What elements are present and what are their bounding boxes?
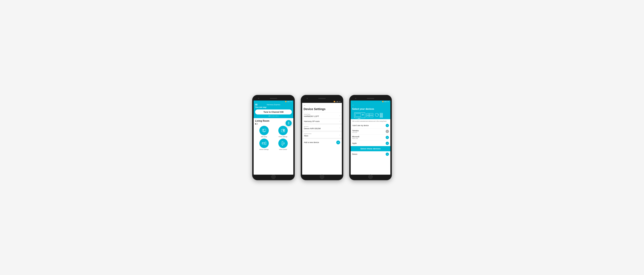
chevron-0: › bbox=[339, 114, 340, 117]
wifi-icon-3: 📶 bbox=[382, 101, 384, 102]
phone3-body: Tell us which entertainment devices are … bbox=[351, 119, 390, 175]
svg-rect-2 bbox=[288, 123, 289, 123]
add-device-plus-button[interactable]: + bbox=[336, 141, 340, 144]
phone-1: 📶 ▲ ▮ 7:29 Harmony Express You can say: … bbox=[252, 95, 295, 180]
device-item-harmony-xp[interactable]: Harmony XP room › bbox=[302, 119, 342, 124]
home-button-3[interactable] bbox=[368, 174, 373, 179]
back-button-3[interactable]: ← bbox=[352, 104, 354, 106]
phone2-body: MediaPlayer HARMONY LOFT › Harmony XP ro… bbox=[302, 112, 342, 175]
phone-camera-2 bbox=[306, 98, 308, 99]
phone2-bottom bbox=[302, 175, 342, 178]
add-device-row[interactable]: Add a new device + bbox=[302, 139, 342, 146]
dot-4[interactable] bbox=[273, 116, 274, 116]
phone2-header: ← Device Settings bbox=[302, 103, 342, 112]
home-button-1[interactable] bbox=[271, 174, 276, 179]
phone-speaker-3 bbox=[367, 98, 374, 99]
dot-6[interactable] bbox=[276, 116, 277, 116]
svg-rect-40 bbox=[380, 115, 382, 116]
dot-5[interactable] bbox=[275, 116, 276, 116]
edit-setup-label: Edit Setup bbox=[261, 136, 267, 137]
chevron-2: › bbox=[339, 127, 340, 129]
device-settings-button[interactable]: Device Settings bbox=[255, 139, 273, 150]
device-item-denon[interactable]: Receiver Denon AVR-S910W › bbox=[302, 125, 342, 131]
device-item-harmony-loft[interactable]: MediaPlayer HARMONY LOFT › bbox=[302, 112, 342, 119]
denon-plus[interactable]: + bbox=[386, 153, 389, 156]
hamburger-icon[interactable] bbox=[255, 104, 258, 105]
dot-3[interactable] bbox=[272, 116, 272, 116]
device-settings-label: Device Settings bbox=[259, 149, 269, 150]
dont-see-info: I don't see my device bbox=[352, 124, 368, 127]
battery-icon-status-3: ▮ bbox=[386, 101, 386, 102]
dont-see-name: I don't see my device bbox=[352, 124, 368, 127]
command-bubble: Tune to Channel 038 bbox=[255, 109, 292, 114]
device-select-microsoft[interactable]: Microsoft Xbox One + bbox=[351, 134, 390, 141]
device-settings-title: Device Settings bbox=[304, 107, 340, 111]
apple-plus[interactable]: + bbox=[386, 142, 389, 145]
microsoft-info: Microsoft Xbox One bbox=[352, 136, 359, 139]
select-devices-title: Select your devices bbox=[352, 108, 389, 110]
room-settings-button[interactable]: Room Settings bbox=[274, 126, 292, 137]
svg-point-32 bbox=[369, 114, 370, 115]
status-icons-2: 📶 ▲ ▮ 7:29 bbox=[334, 101, 340, 102]
denon-info: Denon bbox=[352, 153, 357, 155]
svg-rect-5 bbox=[258, 124, 258, 124]
edit-setup-icon-circle bbox=[259, 126, 269, 135]
status-icons-1: 📶 ▲ ▮ 7:29 bbox=[285, 101, 292, 102]
dot-2[interactable] bbox=[270, 116, 271, 116]
status-bar-3: 📶 ▲ ▮ 7:29 bbox=[351, 101, 390, 103]
grid-buttons: Edit Setup bbox=[255, 126, 292, 150]
svg-rect-19 bbox=[262, 143, 263, 143]
app-title: Harmony Express bbox=[267, 104, 280, 106]
svg-rect-38 bbox=[380, 113, 382, 114]
back-button-2[interactable]: ← bbox=[304, 104, 306, 107]
status-bar-1: 📶 ▲ ▮ 7:29 bbox=[254, 101, 293, 103]
room-settings-label: Room Settings bbox=[279, 136, 287, 137]
svg-point-26 bbox=[362, 114, 364, 115]
svg-rect-31 bbox=[366, 115, 373, 117]
command-text: Tune to Channel 038 bbox=[264, 111, 284, 113]
device-select-denon[interactable]: Denon + bbox=[351, 151, 390, 157]
edit-setup-button[interactable]: Edit Setup bbox=[255, 126, 273, 137]
phone1-bottom bbox=[254, 175, 293, 178]
signal-icon: ▲ bbox=[287, 101, 288, 102]
time-2: 7:29 bbox=[338, 101, 340, 102]
wifi-icon-2: 📶 bbox=[334, 101, 335, 102]
device-select-yamaha[interactable]: Yamaha YAS-107 + bbox=[351, 128, 390, 134]
status-bar-2: 📶 ▲ ▮ 7:29 bbox=[302, 101, 342, 103]
microsoft-name: Microsoft bbox=[352, 136, 359, 138]
svg-rect-21 bbox=[282, 141, 283, 144]
select-devices-button[interactable]: Select these devices bbox=[351, 146, 390, 151]
yamaha-info: Yamaha YAS-107 bbox=[352, 130, 358, 133]
dot-1[interactable] bbox=[269, 116, 270, 116]
device-item-xbox[interactable]: GameConsole Xbox › bbox=[302, 132, 342, 138]
yamaha-plus[interactable]: + bbox=[386, 130, 389, 133]
svg-rect-39 bbox=[380, 114, 382, 115]
home-button-2[interactable] bbox=[320, 174, 324, 179]
battery-indicator bbox=[255, 123, 258, 125]
svg-point-16 bbox=[284, 129, 284, 130]
phone3-subtitle: Tell us which entertainment devices are … bbox=[351, 119, 390, 123]
phone-camera bbox=[258, 98, 259, 99]
phone-speaker bbox=[270, 98, 277, 99]
time-1: 7:29 bbox=[290, 101, 292, 102]
phones-container: 📶 ▲ ▮ 7:29 Harmony Express You can say: … bbox=[252, 95, 392, 180]
svg-point-36 bbox=[378, 114, 378, 115]
phone3-bottom bbox=[351, 175, 390, 178]
svg-rect-42 bbox=[380, 117, 382, 118]
dot-7[interactable] bbox=[278, 116, 278, 116]
phone1-header: Harmony Express You can say: Tune to Cha… bbox=[254, 103, 293, 118]
phone1-body: Living Room bbox=[254, 118, 293, 175]
device-select-dont-see[interactable]: I don't see my device + bbox=[351, 123, 390, 128]
svg-point-37 bbox=[378, 115, 378, 115]
remote-fab[interactable] bbox=[285, 120, 292, 127]
svg-rect-3 bbox=[288, 123, 289, 124]
phone-2: 📶 ▲ ▮ 7:29 ← Device Settings MediaPlayer… bbox=[301, 95, 343, 180]
voice-control-button[interactable]: Voice Control bbox=[274, 139, 292, 150]
device-name-1: Harmony XP room bbox=[304, 120, 340, 122]
microsoft-plus[interactable]: + bbox=[386, 136, 389, 139]
dont-see-plus[interactable]: + bbox=[386, 124, 389, 127]
device-select-apple[interactable]: Apple + bbox=[351, 141, 390, 146]
apple-info: Apple bbox=[352, 142, 357, 144]
phone-speaker-2 bbox=[318, 98, 326, 99]
voice-control-icon-circle bbox=[278, 139, 288, 148]
